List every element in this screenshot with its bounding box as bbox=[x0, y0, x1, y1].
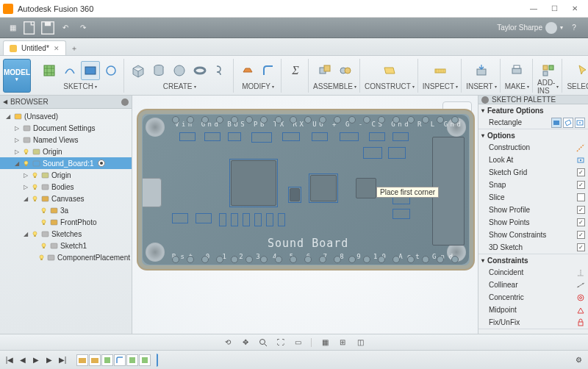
browser-node[interactable]: ◢Sound_Board:1 bbox=[0, 157, 132, 169]
file-button[interactable] bbox=[22, 20, 38, 36]
tab-close-icon[interactable]: ✕ bbox=[54, 45, 60, 52]
construction-icon[interactable] bbox=[576, 143, 585, 152]
user-menu[interactable]: Taylor Sharpe ▾ bbox=[497, 22, 563, 34]
workspace-switcher[interactable]: MODEL ▾ bbox=[3, 59, 31, 93]
viewport-canvas[interactable]: TOP ┼ Vin Gnd BUS PB TX RX UG + G - CS G… bbox=[132, 96, 478, 334]
browser-node[interactable]: Sketch1 bbox=[0, 240, 132, 251]
fit-button[interactable]: ⛶ bbox=[274, 337, 287, 348]
browser-node[interactable]: ComponentPlacement bbox=[0, 251, 132, 263]
option-row[interactable]: Snap bbox=[478, 179, 588, 191]
active-component-radio[interactable] bbox=[98, 160, 105, 167]
measure-button[interactable] bbox=[431, 61, 450, 80]
timeline-play-button[interactable]: ▶ bbox=[31, 355, 41, 365]
timeline-start-button[interactable]: |◀ bbox=[4, 355, 15, 365]
browser-node[interactable]: 3a bbox=[0, 204, 132, 216]
browser-node[interactable]: ▷Origin bbox=[0, 146, 132, 157]
checkbox[interactable] bbox=[577, 168, 585, 176]
visibility-bulb-icon[interactable] bbox=[22, 148, 29, 155]
maximize-button[interactable]: ☐ bbox=[544, 1, 564, 16]
browser-node[interactable]: ◢(Unsaved) bbox=[0, 110, 132, 122]
timeline-marker[interactable] bbox=[157, 354, 167, 367]
checkbox[interactable] bbox=[577, 218, 585, 226]
line-tool-button[interactable] bbox=[60, 61, 79, 80]
torus-button[interactable] bbox=[190, 61, 209, 80]
option-row[interactable]: Slice bbox=[478, 191, 588, 204]
browser-node[interactable]: ▷Bodies bbox=[0, 181, 132, 193]
constraint-row[interactable]: Coincident bbox=[478, 266, 588, 279]
browser-options-icon[interactable] bbox=[121, 98, 129, 106]
insert-button[interactable] bbox=[472, 61, 491, 80]
option-row[interactable]: Construction bbox=[478, 141, 588, 154]
constraint-row[interactable]: Midpoint bbox=[478, 304, 588, 316]
box-button[interactable] bbox=[129, 61, 148, 80]
save-button[interactable] bbox=[40, 20, 56, 36]
timeline-step[interactable] bbox=[76, 354, 88, 366]
plane-button[interactable] bbox=[380, 61, 399, 80]
document-tab[interactable]: Untitled* ✕ bbox=[3, 40, 66, 55]
browser-node[interactable]: ▷Document Settings bbox=[0, 122, 132, 134]
undo-button[interactable]: ↶ bbox=[57, 20, 74, 36]
timeline-step[interactable] bbox=[101, 354, 113, 366]
checkbox[interactable] bbox=[577, 181, 585, 189]
rectangle-tool-button[interactable] bbox=[81, 61, 100, 80]
visibility-bulb-icon[interactable] bbox=[31, 171, 38, 179]
new-tab-button[interactable]: ＋ bbox=[68, 42, 81, 55]
checkbox[interactable] bbox=[577, 243, 585, 251]
constraint-row[interactable]: Concentric bbox=[478, 291, 588, 304]
visibility-bulb-icon[interactable] bbox=[40, 207, 47, 214]
browser-header[interactable]: ◀ BROWSER bbox=[0, 96, 132, 109]
timeline-step[interactable] bbox=[89, 354, 101, 366]
constraint-row[interactable]: Collinear bbox=[478, 279, 588, 291]
create-sketch-button[interactable] bbox=[40, 61, 59, 80]
press-pull-button[interactable] bbox=[238, 61, 257, 80]
browser-node[interactable]: ◢Canvases bbox=[0, 193, 132, 204]
print-button[interactable] bbox=[507, 61, 526, 80]
select-button[interactable] bbox=[573, 61, 588, 80]
visibility-bulb-icon[interactable] bbox=[31, 195, 38, 202]
grid-apps-icon[interactable]: ▦ bbox=[4, 20, 21, 36]
option-row[interactable]: Sketch Grid bbox=[478, 166, 588, 179]
option-row[interactable]: Show Constraints bbox=[478, 229, 588, 241]
visibility-bulb-icon[interactable] bbox=[22, 160, 29, 167]
display-settings-button[interactable]: ▦ bbox=[318, 337, 331, 348]
palette-pin-icon[interactable] bbox=[481, 96, 489, 104]
lookat-icon[interactable] bbox=[576, 156, 585, 165]
pan-button[interactable]: ✥ bbox=[239, 337, 252, 348]
visibility-bulb-icon[interactable] bbox=[40, 218, 47, 226]
zoom-button[interactable] bbox=[257, 337, 270, 348]
timeline-prev-button[interactable]: ◀ bbox=[18, 355, 28, 365]
coil-button[interactable] bbox=[211, 61, 230, 80]
fillet-button[interactable] bbox=[259, 61, 278, 80]
checkbox[interactable] bbox=[577, 206, 585, 214]
addins-button[interactable] bbox=[539, 61, 558, 80]
new-component-button[interactable] bbox=[315, 61, 334, 80]
close-button[interactable]: ✕ bbox=[564, 1, 585, 16]
timeline-settings-button[interactable]: ⚙ bbox=[573, 355, 584, 365]
rect-3point-button[interactable] bbox=[563, 118, 573, 128]
look-at-button[interactable]: ▭ bbox=[292, 337, 305, 348]
sphere-button[interactable] bbox=[170, 61, 189, 80]
visibility-bulb-icon[interactable] bbox=[31, 183, 38, 190]
rect-2point-button[interactable] bbox=[551, 118, 562, 128]
timeline-step[interactable] bbox=[139, 354, 151, 366]
browser-node[interactable]: ◢Sketches bbox=[0, 228, 132, 240]
joint-button[interactable] bbox=[336, 61, 355, 80]
viewport-layout-button[interactable]: ◫ bbox=[354, 337, 367, 348]
checkbox[interactable] bbox=[577, 193, 585, 201]
grid-settings-button[interactable]: ⊞ bbox=[336, 337, 349, 348]
browser-node[interactable]: FrontPhoto bbox=[0, 216, 132, 228]
option-row[interactable]: Show Profile bbox=[478, 204, 588, 216]
timeline-step[interactable] bbox=[126, 354, 138, 366]
timeline-step[interactable] bbox=[114, 354, 126, 366]
visibility-bulb-icon[interactable] bbox=[31, 230, 38, 237]
browser-node[interactable]: ▷Origin bbox=[0, 169, 132, 181]
constraint-row[interactable]: Fix/UnFix bbox=[478, 316, 588, 329]
visibility-bulb-icon[interactable] bbox=[37, 254, 44, 261]
option-row[interactable]: 3D Sketch bbox=[478, 241, 588, 254]
palette-header[interactable]: SKETCH PALETTE bbox=[478, 96, 588, 104]
browser-node[interactable]: ▷Named Views bbox=[0, 134, 132, 146]
rect-center-button[interactable] bbox=[575, 118, 585, 128]
cylinder-button[interactable] bbox=[149, 61, 168, 80]
help-button[interactable]: ? bbox=[566, 20, 582, 36]
visibility-bulb-icon[interactable] bbox=[40, 242, 47, 249]
